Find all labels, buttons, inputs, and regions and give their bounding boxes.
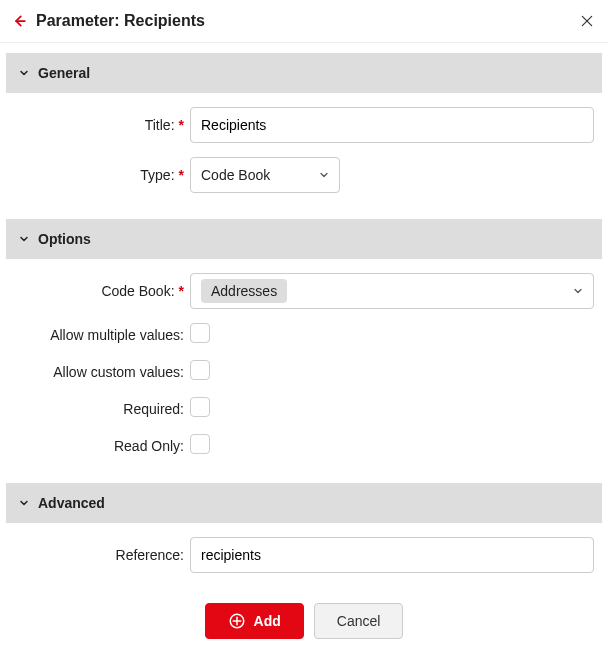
- required-label: Required:: [14, 401, 190, 417]
- section-body-options: Code Book:* Addresses Allow multiple val…: [0, 259, 608, 473]
- allow-custom-label: Allow custom values:: [14, 364, 190, 380]
- section-body-general: Title:* Type:* Code Book: [0, 93, 608, 209]
- section-body-advanced: Reference:: [0, 523, 608, 589]
- type-label: Type:*: [14, 167, 190, 183]
- title-input[interactable]: [190, 107, 594, 143]
- close-icon[interactable]: [580, 14, 594, 28]
- chevron-down-icon: [318, 169, 330, 181]
- allow-custom-checkbox[interactable]: [190, 360, 210, 380]
- chevron-down-icon: [18, 67, 30, 79]
- section-title-options: Options: [38, 231, 91, 247]
- add-button-label: Add: [254, 613, 281, 629]
- readonly-checkbox[interactable]: [190, 434, 210, 454]
- section-header-general[interactable]: General: [6, 53, 602, 93]
- chevron-down-icon: [572, 285, 584, 297]
- reference-input[interactable]: [190, 537, 594, 573]
- codebook-select[interactable]: Addresses: [190, 273, 594, 309]
- dialog-title: Parameter: Recipients: [36, 12, 580, 30]
- add-button[interactable]: Add: [205, 603, 304, 639]
- required-star-icon: *: [179, 117, 184, 133]
- title-label: Title:*: [14, 117, 190, 133]
- readonly-label: Read Only:: [14, 438, 190, 454]
- button-row: Add Cancel: [0, 589, 608, 646]
- plus-circle-icon: [228, 612, 246, 630]
- cancel-button[interactable]: Cancel: [314, 603, 404, 639]
- codebook-label: Code Book:*: [14, 283, 190, 299]
- type-select-value: Code Book: [201, 167, 270, 183]
- section-header-advanced[interactable]: Advanced: [6, 483, 602, 523]
- back-arrow-icon[interactable]: [12, 14, 26, 28]
- chevron-down-icon: [18, 497, 30, 509]
- type-select[interactable]: Code Book: [190, 157, 340, 193]
- reference-label: Reference:: [14, 547, 190, 563]
- codebook-chip: Addresses: [201, 279, 287, 303]
- required-checkbox[interactable]: [190, 397, 210, 417]
- allow-multiple-checkbox[interactable]: [190, 323, 210, 343]
- required-star-icon: *: [179, 283, 184, 299]
- dialog-header: Parameter: Recipients: [0, 0, 608, 43]
- chevron-down-icon: [18, 233, 30, 245]
- required-star-icon: *: [179, 167, 184, 183]
- section-title-advanced: Advanced: [38, 495, 105, 511]
- cancel-button-label: Cancel: [337, 613, 381, 629]
- allow-multiple-label: Allow multiple values:: [14, 327, 190, 343]
- section-title-general: General: [38, 65, 90, 81]
- section-header-options[interactable]: Options: [6, 219, 602, 259]
